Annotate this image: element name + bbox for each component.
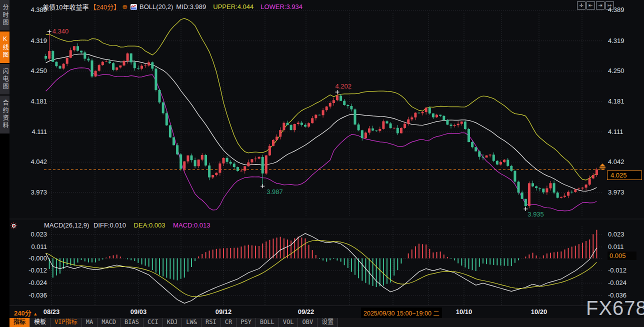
macd-axis-label-right: -0.024 (608, 279, 632, 286)
trading-terminal: 4.3404.2023.9873.935 分时图K线图闪电图合约资料 美债10年… (0, 0, 644, 327)
toolbar-settings-button[interactable]: 设置 (318, 318, 338, 327)
toolbar-vol-button[interactable]: VOL (279, 318, 298, 327)
chart-canvas[interactable]: 4.3404.2023.9873.935 (0, 0, 644, 327)
sidebar-tab-kline-chart[interactable]: K线图 (0, 32, 10, 63)
x-axis-label: 08/23 (44, 308, 60, 316)
price-axis-label-left: 4.181 (23, 98, 47, 105)
toolbar-obv-button[interactable]: OBV (298, 318, 318, 327)
macd-axis-label-right: 0.023 (608, 230, 632, 238)
toolbar-vip-indicator-button[interactable]: VIP指标 (50, 318, 82, 327)
macd-diff-line (46, 234, 597, 304)
chart-header: 美债10年收益率 【240分】 ⊕ BOLL(20,2) MID:3.989 U… (42, 2, 302, 12)
boll-upper-line (46, 18, 597, 180)
sidebar-tab-flash-chart[interactable]: 闪电图 (0, 64, 10, 94)
toolbar-psy-button[interactable]: PSY (236, 318, 256, 327)
toolbar-indicator-button[interactable]: 指标 (10, 318, 30, 327)
toolbar-bias-button[interactable]: BIAS (120, 318, 144, 327)
last-price-box: 4.025 (607, 170, 642, 180)
macd-diff-value: DIFF:0.010 (94, 222, 126, 229)
crosshair-tool-icon[interactable]: ✛ (577, 2, 586, 10)
macd-axis-label-left: 0.023 (23, 230, 47, 238)
boll-lower-value: LOWER:3.934 (260, 3, 302, 10)
macd-axis-label-right: -0.036 (608, 292, 632, 299)
toolbar-macd-button[interactable]: MACD (98, 318, 120, 327)
scale-axis-left-icon[interactable]: ⇤ (586, 2, 595, 10)
price-axis-label-right: 4.042 (608, 158, 632, 166)
svg-text:4.340: 4.340 (52, 28, 69, 35)
toolbar-lw-button[interactable]: LW& (182, 318, 202, 327)
price-axis-label-left: 3.973 (23, 188, 47, 196)
boll-lower-line (46, 68, 597, 211)
x-axis-label: 09/12 (216, 308, 232, 316)
toolbar-kdj-button[interactable]: KDJ (163, 318, 182, 327)
sidebar-tab-contract-info[interactable]: 合约资料 (0, 96, 10, 134)
price-axis-label-left: 4.389 (23, 6, 47, 14)
macd-dea-line (46, 240, 597, 297)
boll-mid-line (46, 54, 597, 191)
toolbar-rsi-button[interactable]: RSI (202, 318, 221, 327)
price-axis-label-left: 4.319 (23, 37, 47, 44)
price-annotations: 4.3404.2023.9873.935 (48, 28, 544, 218)
macd-dea-value: DEA:0.003 (134, 222, 166, 229)
macd-formula-label: MACD(26,12,9) (44, 222, 89, 229)
boll-mid-value: MID:3.989 (176, 3, 206, 10)
svg-text:4.202: 4.202 (336, 82, 352, 90)
sidebar: 分时图K线图闪电图合约资料 (0, 0, 10, 327)
boll-upper-value: UPPER:4.044 (213, 3, 254, 10)
price-axis-label-right: 4.111 (608, 128, 632, 136)
price-axis-label-right: 4.250 (608, 67, 632, 74)
scale-axis-right-icon[interactable]: ⇥ (596, 2, 604, 10)
macd-axis-label-left: -0.024 (23, 279, 47, 286)
period-settings-icon[interactable]: ⊕ (122, 3, 128, 10)
price-arrow-icon (598, 164, 606, 170)
time-axis: 240分 ▲ 2025/09/30 15:00~19:00 二 08/2309/… (0, 306, 644, 318)
price-axis-label-left: 4.250 (23, 67, 47, 74)
macd-axis-label-left: -0.036 (23, 292, 47, 299)
price-axis-label-right: 4.389 (608, 6, 632, 14)
price-axis-label-left: 4.042 (23, 158, 47, 166)
macd-axis-label-right: 0.011 (608, 243, 632, 250)
macd-axis-label-left: -0.012 (23, 266, 47, 274)
macd-header: MACD(26,12,9) DIFF:0.010 DEA:0.003 MACD:… (44, 222, 210, 229)
x-axis-label: 10/20 (531, 308, 548, 316)
indicator-settings-icon[interactable] (10, 222, 18, 232)
toolbar-cr-button[interactable]: CR (221, 318, 236, 327)
chart-thumbnail-icon[interactable] (130, 4, 137, 10)
x-axis-label: 09/03 (130, 308, 147, 316)
x-axis-label: 09/22 (298, 308, 314, 316)
price-axis-label-right: 4.181 (608, 98, 632, 105)
crosshair-date-tooltip: 2025/09/30 15:00~19:00 二 (361, 308, 442, 318)
price-axis-label-right: 4.319 (608, 37, 632, 44)
svg-text:3.987: 3.987 (266, 188, 283, 196)
chevron-up-icon: ▲ (33, 312, 38, 316)
instrument-title: 美债10年收益率 (42, 2, 88, 12)
toolbar-ma-button[interactable]: MA (82, 318, 98, 327)
x-axis-label: 10/10 (456, 308, 472, 316)
sidebar-tab-time-chart[interactable]: 分时图 (0, 0, 10, 30)
candles (44, 32, 598, 209)
price-axis-label-right: 3.973 (608, 188, 632, 196)
period-label[interactable]: 【240分】 (90, 2, 120, 12)
macd-macd-value: MACD:0.013 (173, 222, 210, 229)
macd-value-box: 0.005 (608, 252, 636, 260)
macd-axis-label-right: -0.012 (608, 266, 632, 274)
toolbar-boll-button[interactable]: BOLL (256, 318, 279, 327)
indicator-toolbar: 指标模板VIP指标MAMACDBIASCCIKDJLW&RSICRPSYBOLL… (10, 318, 644, 327)
macd-axis-label-left: -0.000 (23, 254, 47, 262)
price-axis-label-left: 4.111 (23, 128, 47, 136)
period-switcher[interactable]: 240分 ▲ (14, 308, 38, 318)
svg-text:3.935: 3.935 (528, 210, 544, 218)
toolbar-template-button[interactable]: 模板 (30, 318, 50, 327)
toolbar-cci-button[interactable]: CCI (144, 318, 163, 327)
boll-params-label: BOLL(20,2) (140, 3, 173, 10)
macd-axis-label-left: 0.011 (23, 243, 47, 250)
